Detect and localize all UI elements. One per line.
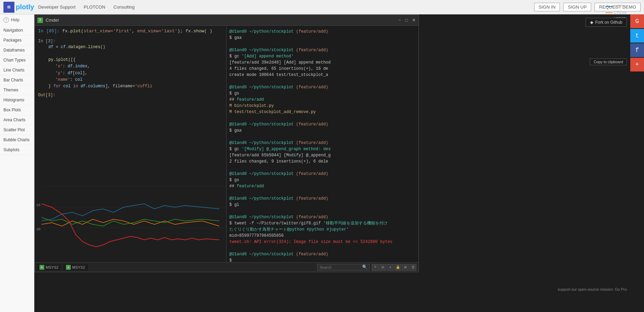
terminal-out-tweet1: たぐりぐり動かす為替チャート@python #python #jupyter' [229,226,416,233]
nav-links: Developer Support PLOTCON Consulting [38,4,135,10]
sidebar-item-packages[interactable]: Packages [0,35,34,45]
sidebar-item-scatter-plot[interactable]: Scatter Plot [0,125,34,135]
tab-msys2-1[interactable]: λ MSYS2 [37,264,61,270]
y-label-10: 10 [36,227,41,231]
twitter-share-button[interactable]: t [630,29,644,43]
sign-in-button[interactable]: SIGN IN [534,3,560,11]
terminal-cmd-gs1: $ gs [229,90,416,97]
legend-color-cit [606,6,612,7]
facebook-icon: f [635,47,639,54]
google-share-button[interactable]: G [630,14,644,28]
close-button[interactable]: ✕ [412,18,416,23]
github-icon: ◆ [590,20,593,25]
sidebar-item-themes[interactable]: Themes [0,85,34,95]
terminal-out-gc1a: [feature/add 39e2d48] [Add] append metho… [229,59,416,66]
tab-icon-1: λ [39,265,44,270]
terminal-pane: @U1and0 ~/python/stockplot (feature/add)… [227,26,418,262]
terminal-out-gs1a: ## feature/add [229,97,416,103]
search-box: 🔍 [317,264,370,270]
terminal-cmd-tweet: $ tweet -f ~/Picture/twitter/gif8.gif '移… [229,220,416,226]
cell-out3-label: Out[3]: [38,93,55,98]
terminal-out-gs2: ## feature/add [229,183,416,189]
support-text: support our open-source mission: Go Pro [558,287,627,291]
cell-in3: In [3]: df = cf.datagen.lines() py.iplot… [35,36,226,91]
sidebar-item-subplots[interactable]: Subplots [0,145,34,155]
sign-up-button[interactable]: SIGN UP [563,3,591,11]
sidebar-item-navigation[interactable]: Navigation [0,25,34,35]
twitter-icon: t [635,32,639,39]
google-plus-button[interactable]: + [630,58,644,71]
plotly-logo[interactable]: ⊞ plotly [3,2,34,13]
legend-color-cyo [606,12,612,13]
google-icon: G [635,18,639,25]
sidebar-item-histograms[interactable]: Histograms [0,95,34,105]
minimize-button[interactable]: − [399,18,401,23]
terminal-out-gs1c: M test/test_stockplot_add_remove.py [229,109,416,115]
toolbar-grid-btn[interactable]: ⊞ [402,264,409,271]
in-label: In [85]: [38,29,59,34]
cell-in3-label: In [3]: [38,39,55,44]
nav-plotcon[interactable]: PLOTCON [84,4,105,10]
terminal-block-2: @U1and0 ~/python/stockplot (feature/add) [229,47,416,53]
help-icon: ? [3,17,9,23]
nav-consulting[interactable]: Consulting [114,4,135,10]
terminal-block-3: @U1and0 ~/python/stockplot (feature/add) [229,84,416,90]
terminal-cmd-gc1: $ gc '[Add] append method' [229,53,416,59]
left-sidebar: ? Help Navigation Packages Dataframes Ch… [0,14,34,312]
sidebar-item-dataframes[interactable]: Dataframes [0,45,34,55]
sidebar-item-bubble-charts[interactable]: Bubble Charts [0,135,34,145]
terminal-block-1: @U1and0 ~/python/stockplot (feature/add) [229,29,416,35]
terminal-cmd-gaa1: $ gaa [229,35,416,41]
tab-label-1: MSYS2 [46,265,58,269]
cmder-icon: λ [37,18,43,23]
terminal-cmd-gs2: $ gs [229,177,416,183]
sidebar-help-item[interactable]: ? Help [0,14,34,25]
terminal-block-4: @U1and0 ~/python/stockplot (feature/add) [229,121,416,127]
notebook-pane: In [85]: fx.plot(start_view='first', end… [35,26,227,262]
terminal-block-8: @U1and0 ~/python/stockplot (feature/add) [229,214,416,220]
maximize-button[interactable]: □ [405,18,408,23]
sidebar-item-line-charts[interactable]: Line Charts [0,65,34,75]
plotly-logo-icon: ⊞ [3,2,14,13]
toolbar-menu-btn[interactable]: ☰ [410,264,416,271]
legend-label-cyo: CYO.55 [614,10,626,16]
sidebar-item-box-plots[interactable]: Box Plots [0,105,34,115]
cell-out3: Out[3]: [35,91,226,99]
cmder-title: Cmder [46,18,59,23]
terminal-cmd-gl: $ gl [229,202,416,208]
search-input[interactable] [320,265,361,269]
support-banner[interactable]: support our open-source mission: Go Pro [558,287,627,291]
sidebar-item-bar-charts[interactable]: Bar Charts [0,75,34,85]
terminal-cmd-gaa2: $ gaa [229,127,416,134]
terminal-out-tweet3: tweet.sh: API error(324): Image file siz… [229,239,416,245]
toolbar-lock-btn[interactable]: 🔒 [394,264,401,271]
cmder-controls: − □ ✕ [399,18,416,23]
chart-area: 15 10 [35,152,226,262]
cell-in3-body: df = cf.datagen.lines() py.iplot([{ 'x':… [38,44,223,90]
terminal-block-6: @U1and0 ~/python/stockplot (feature/add) [229,171,416,177]
fork-label: Fork on Github [595,20,622,25]
nav-developer-support[interactable]: Developer Support [38,4,75,10]
copy-to-clipboard-button[interactable]: Copy to clipboard [590,58,627,65]
toolbar-dropdown-btn[interactable]: ▾ [387,264,394,271]
terminal-block-7: @U1and0 ~/python/stockplot (feature/add) [229,196,416,202]
sidebar-item-chart-types[interactable]: Chart Types [0,55,34,65]
toolbar-buttons: + ⊟ ▾ 🔒 ⊞ ☰ [372,264,416,271]
cmder-body: In [85]: fx.plot(start_view='first', end… [35,26,418,262]
toolbar-add-btn[interactable]: + [372,264,379,271]
legend-cit: CIT.TW [606,3,626,10]
tab-msys2-2[interactable]: λ MSYS2 [63,264,88,270]
cmder-titlebar: λ Cmder − □ ✕ [35,15,418,26]
terminal-bottombar: λ MSYS2 λ MSYS2 🔍 + ⊟ ▾ 🔒 ⊞ ☰ [35,262,418,272]
copy-label: Copy to clipboard [594,60,623,64]
terminal-out-gc2a: [feature/add 65b5044] [Modify] @_append_… [229,152,416,158]
notebook-input-line: In [85]: fx.plot(start_view='first', end… [35,26,226,36]
chart-legend: CIT.TW CYO.55 UET.PF ZFL.OY [606,3,626,209]
fork-on-github-button[interactable]: ◆ Fork on Github [586,18,627,27]
sidebar-help-label: Help [11,18,20,22]
facebook-share-button[interactable]: f [630,43,644,57]
sidebar-item-area-charts[interactable]: Area Charts [0,115,34,125]
terminal-out-gs1b: M bin/stockplot.py [229,103,416,109]
toolbar-split-btn[interactable]: ⊟ [379,264,386,271]
search-icon[interactable]: 🔍 [362,265,367,270]
